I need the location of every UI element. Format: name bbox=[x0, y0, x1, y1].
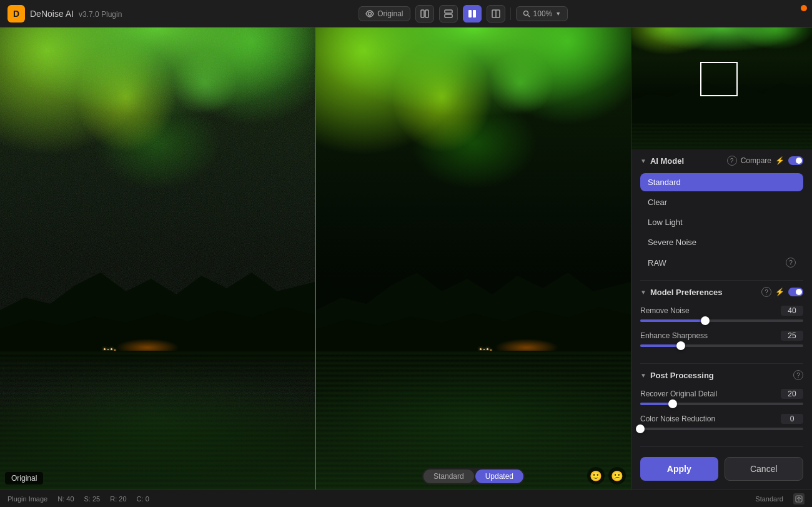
enhance-sharpness-label: Enhance Sharpness bbox=[640, 331, 708, 340]
plugin-image-label: Plugin Image bbox=[7, 495, 47, 503]
post-proc-title: Post Processing bbox=[650, 371, 790, 380]
enhance-sharpness-row: Enhance Sharpness 25 bbox=[640, 331, 803, 347]
color-noise-track[interactable] bbox=[640, 428, 803, 430]
waterfall-area bbox=[0, 351, 315, 489]
svg-rect-5 bbox=[468, 10, 472, 18]
view-split-h-button[interactable] bbox=[415, 5, 434, 23]
thumbnail bbox=[631, 28, 812, 149]
model-name-status: Standard bbox=[755, 495, 783, 503]
sad-icon[interactable]: 😕 bbox=[608, 467, 626, 484]
remove-noise-label: Remove Noise bbox=[640, 306, 690, 315]
status-right: Standard bbox=[755, 493, 805, 504]
action-buttons: Apply Cancel bbox=[631, 448, 812, 489]
chevron-down-icon: ▼ bbox=[555, 11, 561, 17]
model-item-standard[interactable]: Standard bbox=[640, 173, 803, 191]
remove-noise-thumb[interactable] bbox=[701, 316, 710, 325]
model-prefs-lightning[interactable]: ⚡ bbox=[775, 288, 785, 296]
right-panel: ▼ AI Model ? Compare ⚡ Standard Clear Lo… bbox=[631, 28, 812, 489]
compare-icon bbox=[492, 9, 500, 18]
ai-model-title: AI Model bbox=[650, 156, 723, 166]
noise-label: N: 40 bbox=[57, 495, 74, 503]
model-prefs-toggle[interactable] bbox=[788, 288, 803, 296]
original-panel: Original bbox=[0, 28, 316, 489]
recover-detail-label: Recover Original Detail bbox=[640, 389, 717, 398]
svg-line-9 bbox=[528, 15, 530, 17]
svg-rect-6 bbox=[473, 10, 476, 18]
view-toggle: Standard Updated bbox=[422, 468, 525, 484]
header-center: Original 100% ▼ bbox=[122, 5, 805, 23]
ai-model-chevron: ▼ bbox=[640, 158, 646, 164]
post-processing-header[interactable]: ▼ Post Processing ? bbox=[631, 364, 812, 385]
app-title: DeNoise AI v3.7.0 Plugin bbox=[30, 9, 122, 19]
divider-3 bbox=[640, 446, 803, 447]
model-item-clear[interactable]: Clear bbox=[640, 193, 803, 211]
model-item-low-light[interactable]: Low Light bbox=[640, 213, 803, 231]
ai-model-toggle[interactable] bbox=[788, 156, 803, 165]
status-bar: Plugin Image N: 40 S: 25 R: 20 C: 0 Stan… bbox=[0, 489, 812, 507]
model-item-raw[interactable]: RAW ? bbox=[640, 253, 803, 272]
enhance-sharpness-thumb[interactable] bbox=[676, 341, 685, 350]
aurora-image bbox=[0, 28, 315, 489]
eye-icon bbox=[365, 9, 374, 18]
updated-panel: Standard Updated 🙂 😕 bbox=[316, 28, 631, 489]
model-preferences-header[interactable]: ▼ Model Preferences ? ⚡ bbox=[631, 281, 812, 302]
canvas-area: Original bbox=[0, 28, 631, 489]
status-export-icon[interactable] bbox=[793, 493, 805, 504]
color-noise-value[interactable]: 0 bbox=[781, 414, 803, 424]
raw-help-icon[interactable]: ? bbox=[786, 258, 796, 268]
color-label: C: 0 bbox=[137, 495, 149, 503]
notification-dot bbox=[801, 5, 807, 11]
app-logo: D bbox=[7, 5, 25, 23]
remove-noise-row: Remove Noise 40 bbox=[640, 306, 803, 322]
recover-detail-value[interactable]: 20 bbox=[781, 389, 803, 399]
color-noise-label: Color Noise Reduction bbox=[640, 414, 715, 423]
model-prefs-sliders: Remove Noise 40 Enhance Sharpness 25 bbox=[631, 302, 812, 363]
color-noise-thumb[interactable] bbox=[636, 424, 645, 433]
recover-detail-track[interactable] bbox=[640, 403, 803, 405]
model-prefs-chevron: ▼ bbox=[640, 289, 646, 296]
ai-model-help-icon[interactable]: ? bbox=[727, 156, 737, 166]
model-prefs-title: Model Preferences bbox=[650, 288, 758, 297]
emotion-icons: 🙂 😕 bbox=[587, 467, 626, 484]
view-side-by-side-button[interactable] bbox=[463, 5, 482, 23]
enhance-sharpness-track[interactable] bbox=[640, 344, 803, 347]
remove-noise-value[interactable]: 40 bbox=[781, 306, 803, 316]
apply-button[interactable]: Apply bbox=[640, 457, 718, 481]
divider bbox=[510, 8, 511, 20]
split-v-icon bbox=[444, 9, 453, 18]
split-h-icon bbox=[420, 9, 429, 18]
original-label: Original bbox=[5, 472, 43, 484]
svg-point-8 bbox=[523, 11, 528, 15]
main-area: Original bbox=[0, 28, 812, 489]
original-button[interactable]: Original bbox=[359, 6, 410, 21]
svg-rect-1 bbox=[421, 10, 424, 18]
recover-label: R: 20 bbox=[110, 495, 126, 503]
aurora-processed-image bbox=[316, 28, 631, 489]
post-proc-help-icon[interactable]: ? bbox=[793, 370, 803, 380]
remove-noise-track[interactable] bbox=[640, 319, 803, 322]
model-item-severe-noise[interactable]: Severe Noise bbox=[640, 233, 803, 251]
sharpness-label: S: 25 bbox=[84, 495, 101, 503]
view-split-v-button[interactable] bbox=[439, 5, 458, 23]
side-by-side-icon bbox=[468, 9, 477, 18]
lightning-icon[interactable]: ⚡ bbox=[775, 156, 785, 165]
header: D DeNoise AI v3.7.0 Plugin Original 100%… bbox=[0, 0, 812, 28]
svg-rect-2 bbox=[425, 10, 428, 18]
cancel-button[interactable]: Cancel bbox=[725, 457, 804, 481]
recover-detail-row: Recover Original Detail 20 bbox=[640, 389, 803, 405]
split-view: Original bbox=[0, 28, 631, 489]
thumbnail-viewport-box[interactable] bbox=[700, 62, 738, 96]
model-prefs-help-icon[interactable]: ? bbox=[761, 287, 771, 297]
svg-rect-4 bbox=[445, 14, 452, 18]
happy-icon[interactable]: 🙂 bbox=[587, 467, 605, 484]
zoom-button[interactable]: 100% ▼ bbox=[516, 6, 568, 21]
enhance-sharpness-value[interactable]: 25 bbox=[781, 331, 803, 341]
standard-view-button[interactable]: Standard bbox=[423, 469, 474, 483]
updated-view-button[interactable]: Updated bbox=[475, 469, 523, 483]
recover-detail-thumb[interactable] bbox=[668, 399, 677, 408]
compare-label: Compare bbox=[741, 156, 771, 165]
view-compare-button[interactable] bbox=[487, 5, 505, 23]
model-list: Standard Clear Low Light Severe Noise RA… bbox=[631, 171, 812, 280]
ai-model-section-header[interactable]: ▼ AI Model ? Compare ⚡ bbox=[631, 149, 812, 171]
color-noise-row: Color Noise Reduction 0 bbox=[640, 414, 803, 430]
